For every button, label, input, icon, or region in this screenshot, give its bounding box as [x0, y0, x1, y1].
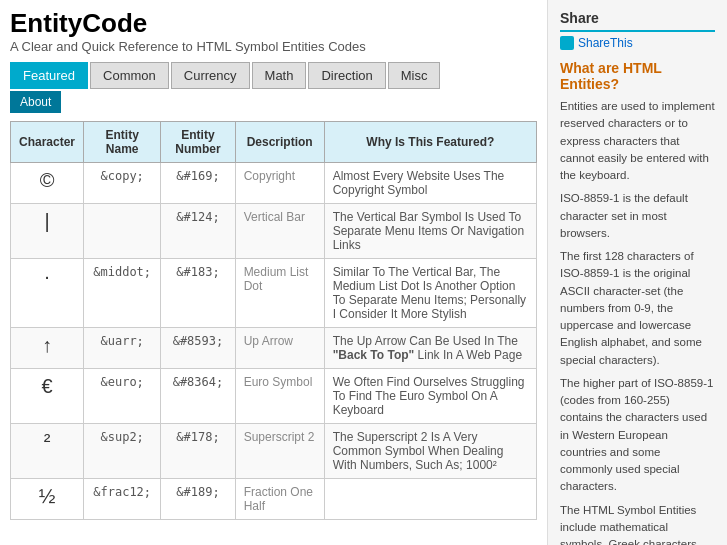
share-link-label: ShareThis: [578, 36, 633, 50]
cell-why: The Vertical Bar Symbol Is Used To Separ…: [324, 204, 536, 259]
cell-entity-number: &#8364;: [161, 369, 235, 424]
sidebar-paragraph: The first 128 characters of ISO-8859-1 i…: [560, 248, 715, 369]
cell-char: €: [11, 369, 84, 424]
cell-char: ²: [11, 424, 84, 479]
cell-entity-name: &sup2;: [84, 424, 161, 479]
table-row: ↑&uarr;&#8593;Up ArrowThe Up Arrow Can B…: [11, 328, 537, 369]
table-row: ²&sup2;&#178;Superscript 2The Superscrip…: [11, 424, 537, 479]
sidebar: Share ShareThis What are HTML Entities? …: [547, 0, 727, 545]
tab-featured[interactable]: Featured: [10, 62, 88, 89]
cell-why: The Superscript 2 Is A Very Common Symbo…: [324, 424, 536, 479]
cell-description: Euro Symbol: [235, 369, 324, 424]
cell-why: Similar To The Vertical Bar, The Medium …: [324, 259, 536, 328]
cell-entity-name: [84, 204, 161, 259]
cell-entity-name: &frac12;: [84, 479, 161, 520]
table-row: €&euro;&#8364;Euro SymbolWe Often Find O…: [11, 369, 537, 424]
cell-entity-name: &middot;: [84, 259, 161, 328]
cell-char: |: [11, 204, 84, 259]
cell-entity-number: &#178;: [161, 424, 235, 479]
cell-entity-name: &uarr;: [84, 328, 161, 369]
col-header-why: Why Is This Featured?: [324, 122, 536, 163]
sidebar-paragraph: The higher part of ISO-8859-1 (codes fro…: [560, 375, 715, 496]
entities-table: Character Entity Name Entity Number Desc…: [10, 121, 537, 520]
cell-description: Fraction One Half: [235, 479, 324, 520]
cell-description: Superscript 2: [235, 424, 324, 479]
cell-why: [324, 479, 536, 520]
cell-entity-number: &#183;: [161, 259, 235, 328]
cell-char: ½: [11, 479, 84, 520]
cell-why: Almost Every Website Uses The Copyright …: [324, 163, 536, 204]
cell-description: Vertical Bar: [235, 204, 324, 259]
table-row: |&#124;Vertical BarThe Vertical Bar Symb…: [11, 204, 537, 259]
cell-why: The Up Arrow Can Be Used In The "Back To…: [324, 328, 536, 369]
site-subtitle: A Clear and Quick Reference to HTML Symb…: [10, 39, 537, 54]
tab-direction[interactable]: Direction: [308, 62, 385, 89]
sub-tabs: About: [10, 91, 537, 113]
table-row: ·&middot;&#183;Medium List DotSimilar To…: [11, 259, 537, 328]
sidebar-section-title: What are HTML Entities?: [560, 60, 715, 92]
cell-description: Medium List Dot: [235, 259, 324, 328]
table-row: ½&frac12;&#189;Fraction One Half: [11, 479, 537, 520]
col-header-description: Description: [235, 122, 324, 163]
table-row: ©&copy;&#169;CopyrightAlmost Every Websi…: [11, 163, 537, 204]
cell-description: Copyright: [235, 163, 324, 204]
cell-entity-number: &#169;: [161, 163, 235, 204]
cell-entity-name: &euro;: [84, 369, 161, 424]
share-this-link[interactable]: ShareThis: [560, 36, 715, 50]
cell-why: We Often Find Ourselves Struggling To Fi…: [324, 369, 536, 424]
cell-entity-number: &#8593;: [161, 328, 235, 369]
sidebar-paragraphs: Entities are used to implement reserved …: [560, 98, 715, 545]
col-header-entity-number: Entity Number: [161, 122, 235, 163]
cell-entity-number: &#124;: [161, 204, 235, 259]
sidebar-share-title: Share: [560, 10, 715, 32]
cell-char: ·: [11, 259, 84, 328]
tab-currency[interactable]: Currency: [171, 62, 250, 89]
cell-entity-name: &copy;: [84, 163, 161, 204]
sidebar-paragraph: The HTML Symbol Entities include mathema…: [560, 502, 715, 546]
sidebar-paragraph: ISO-8859-1 is the default character set …: [560, 190, 715, 242]
tab-common[interactable]: Common: [90, 62, 169, 89]
cell-char: ©: [11, 163, 84, 204]
cell-char: ↑: [11, 328, 84, 369]
col-header-char: Character: [11, 122, 84, 163]
tab-misc[interactable]: Misc: [388, 62, 441, 89]
tab-about[interactable]: About: [10, 91, 61, 113]
share-icon: [560, 36, 574, 50]
main-tabs: Featured Common Currency Math Direction …: [10, 62, 537, 89]
tab-math[interactable]: Math: [252, 62, 307, 89]
col-header-entity-name: Entity Name: [84, 122, 161, 163]
sidebar-paragraph: Entities are used to implement reserved …: [560, 98, 715, 184]
site-title: EntityCode: [10, 8, 537, 39]
cell-description: Up Arrow: [235, 328, 324, 369]
cell-entity-number: &#189;: [161, 479, 235, 520]
